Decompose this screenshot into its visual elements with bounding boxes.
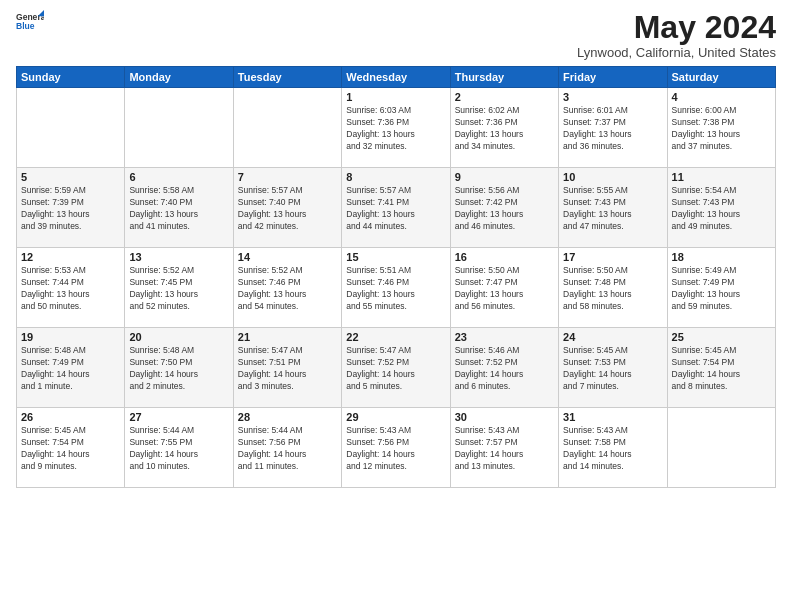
cell-info: Sunrise: 5:48 AM Sunset: 7:50 PM Dayligh… xyxy=(129,345,228,393)
day-number: 31 xyxy=(563,411,662,423)
cell-info: Sunrise: 5:47 AM Sunset: 7:51 PM Dayligh… xyxy=(238,345,337,393)
day-number: 24 xyxy=(563,331,662,343)
calendar-cell: 2Sunrise: 6:02 AM Sunset: 7:36 PM Daylig… xyxy=(450,88,558,168)
calendar-cell: 10Sunrise: 5:55 AM Sunset: 7:43 PM Dayli… xyxy=(559,168,667,248)
calendar-cell: 1Sunrise: 6:03 AM Sunset: 7:36 PM Daylig… xyxy=(342,88,450,168)
day-number: 6 xyxy=(129,171,228,183)
cell-info: Sunrise: 5:58 AM Sunset: 7:40 PM Dayligh… xyxy=(129,185,228,233)
cell-info: Sunrise: 5:45 AM Sunset: 7:54 PM Dayligh… xyxy=(21,425,120,473)
weekday-header: Saturday xyxy=(667,67,775,88)
day-number: 23 xyxy=(455,331,554,343)
calendar-cell: 28Sunrise: 5:44 AM Sunset: 7:56 PM Dayli… xyxy=(233,408,341,488)
calendar-cell: 31Sunrise: 5:43 AM Sunset: 7:58 PM Dayli… xyxy=(559,408,667,488)
calendar-cell: 27Sunrise: 5:44 AM Sunset: 7:55 PM Dayli… xyxy=(125,408,233,488)
calendar-week-row: 12Sunrise: 5:53 AM Sunset: 7:44 PM Dayli… xyxy=(17,248,776,328)
day-number: 11 xyxy=(672,171,771,183)
cell-info: Sunrise: 5:54 AM Sunset: 7:43 PM Dayligh… xyxy=(672,185,771,233)
day-number: 21 xyxy=(238,331,337,343)
day-number: 22 xyxy=(346,331,445,343)
calendar-cell: 25Sunrise: 5:45 AM Sunset: 7:54 PM Dayli… xyxy=(667,328,775,408)
calendar-table: SundayMondayTuesdayWednesdayThursdayFrid… xyxy=(16,66,776,488)
day-number: 20 xyxy=(129,331,228,343)
cell-info: Sunrise: 5:55 AM Sunset: 7:43 PM Dayligh… xyxy=(563,185,662,233)
calendar-cell: 5Sunrise: 5:59 AM Sunset: 7:39 PM Daylig… xyxy=(17,168,125,248)
calendar-cell: 24Sunrise: 5:45 AM Sunset: 7:53 PM Dayli… xyxy=(559,328,667,408)
calendar-cell: 29Sunrise: 5:43 AM Sunset: 7:56 PM Dayli… xyxy=(342,408,450,488)
day-number: 16 xyxy=(455,251,554,263)
calendar-cell: 6Sunrise: 5:58 AM Sunset: 7:40 PM Daylig… xyxy=(125,168,233,248)
cell-info: Sunrise: 5:53 AM Sunset: 7:44 PM Dayligh… xyxy=(21,265,120,313)
calendar-week-row: 19Sunrise: 5:48 AM Sunset: 7:49 PM Dayli… xyxy=(17,328,776,408)
weekday-header: Monday xyxy=(125,67,233,88)
day-number: 19 xyxy=(21,331,120,343)
day-number: 13 xyxy=(129,251,228,263)
day-number: 15 xyxy=(346,251,445,263)
day-number: 9 xyxy=(455,171,554,183)
cell-info: Sunrise: 5:56 AM Sunset: 7:42 PM Dayligh… xyxy=(455,185,554,233)
weekday-header: Friday xyxy=(559,67,667,88)
calendar-cell: 21Sunrise: 5:47 AM Sunset: 7:51 PM Dayli… xyxy=(233,328,341,408)
calendar-cell: 9Sunrise: 5:56 AM Sunset: 7:42 PM Daylig… xyxy=(450,168,558,248)
day-number: 14 xyxy=(238,251,337,263)
cell-info: Sunrise: 5:44 AM Sunset: 7:55 PM Dayligh… xyxy=(129,425,228,473)
day-number: 27 xyxy=(129,411,228,423)
calendar-cell: 22Sunrise: 5:47 AM Sunset: 7:52 PM Dayli… xyxy=(342,328,450,408)
calendar-cell: 19Sunrise: 5:48 AM Sunset: 7:49 PM Dayli… xyxy=(17,328,125,408)
calendar-cell: 23Sunrise: 5:46 AM Sunset: 7:52 PM Dayli… xyxy=(450,328,558,408)
calendar-week-row: 5Sunrise: 5:59 AM Sunset: 7:39 PM Daylig… xyxy=(17,168,776,248)
weekday-header: Wednesday xyxy=(342,67,450,88)
cell-info: Sunrise: 5:57 AM Sunset: 7:41 PM Dayligh… xyxy=(346,185,445,233)
weekday-header: Thursday xyxy=(450,67,558,88)
cell-info: Sunrise: 5:45 AM Sunset: 7:53 PM Dayligh… xyxy=(563,345,662,393)
cell-info: Sunrise: 5:52 AM Sunset: 7:46 PM Dayligh… xyxy=(238,265,337,313)
location: Lynwood, California, United States xyxy=(577,45,776,60)
day-number: 5 xyxy=(21,171,120,183)
cell-info: Sunrise: 5:49 AM Sunset: 7:49 PM Dayligh… xyxy=(672,265,771,313)
cell-info: Sunrise: 6:01 AM Sunset: 7:37 PM Dayligh… xyxy=(563,105,662,153)
day-number: 3 xyxy=(563,91,662,103)
day-number: 4 xyxy=(672,91,771,103)
cell-info: Sunrise: 5:46 AM Sunset: 7:52 PM Dayligh… xyxy=(455,345,554,393)
calendar-cell: 12Sunrise: 5:53 AM Sunset: 7:44 PM Dayli… xyxy=(17,248,125,328)
cell-info: Sunrise: 5:45 AM Sunset: 7:54 PM Dayligh… xyxy=(672,345,771,393)
cell-info: Sunrise: 6:02 AM Sunset: 7:36 PM Dayligh… xyxy=(455,105,554,153)
cell-info: Sunrise: 5:47 AM Sunset: 7:52 PM Dayligh… xyxy=(346,345,445,393)
logo-icon: General Blue xyxy=(16,10,44,38)
calendar-cell: 11Sunrise: 5:54 AM Sunset: 7:43 PM Dayli… xyxy=(667,168,775,248)
weekday-header: Sunday xyxy=(17,67,125,88)
day-number: 28 xyxy=(238,411,337,423)
cell-info: Sunrise: 5:52 AM Sunset: 7:45 PM Dayligh… xyxy=(129,265,228,313)
day-number: 1 xyxy=(346,91,445,103)
cell-info: Sunrise: 5:50 AM Sunset: 7:48 PM Dayligh… xyxy=(563,265,662,313)
cell-info: Sunrise: 6:03 AM Sunset: 7:36 PM Dayligh… xyxy=(346,105,445,153)
svg-text:General: General xyxy=(16,12,44,22)
day-number: 10 xyxy=(563,171,662,183)
logo: General Blue xyxy=(16,10,44,38)
day-number: 25 xyxy=(672,331,771,343)
calendar-cell: 13Sunrise: 5:52 AM Sunset: 7:45 PM Dayli… xyxy=(125,248,233,328)
cell-info: Sunrise: 5:50 AM Sunset: 7:47 PM Dayligh… xyxy=(455,265,554,313)
day-number: 18 xyxy=(672,251,771,263)
calendar-week-row: 26Sunrise: 5:45 AM Sunset: 7:54 PM Dayli… xyxy=(17,408,776,488)
calendar-cell: 8Sunrise: 5:57 AM Sunset: 7:41 PM Daylig… xyxy=(342,168,450,248)
calendar-cell xyxy=(125,88,233,168)
calendar-cell: 26Sunrise: 5:45 AM Sunset: 7:54 PM Dayli… xyxy=(17,408,125,488)
calendar-cell: 3Sunrise: 6:01 AM Sunset: 7:37 PM Daylig… xyxy=(559,88,667,168)
day-number: 7 xyxy=(238,171,337,183)
calendar-cell: 16Sunrise: 5:50 AM Sunset: 7:47 PM Dayli… xyxy=(450,248,558,328)
cell-info: Sunrise: 5:43 AM Sunset: 7:57 PM Dayligh… xyxy=(455,425,554,473)
calendar-cell xyxy=(17,88,125,168)
svg-text:Blue: Blue xyxy=(16,21,35,31)
day-number: 12 xyxy=(21,251,120,263)
weekday-header: Tuesday xyxy=(233,67,341,88)
month-title: May 2024 xyxy=(577,10,776,45)
weekday-header-row: SundayMondayTuesdayWednesdayThursdayFrid… xyxy=(17,67,776,88)
calendar-cell: 18Sunrise: 5:49 AM Sunset: 7:49 PM Dayli… xyxy=(667,248,775,328)
day-number: 17 xyxy=(563,251,662,263)
calendar-cell: 14Sunrise: 5:52 AM Sunset: 7:46 PM Dayli… xyxy=(233,248,341,328)
calendar-cell xyxy=(233,88,341,168)
calendar-cell: 4Sunrise: 6:00 AM Sunset: 7:38 PM Daylig… xyxy=(667,88,775,168)
calendar-week-row: 1Sunrise: 6:03 AM Sunset: 7:36 PM Daylig… xyxy=(17,88,776,168)
cell-info: Sunrise: 6:00 AM Sunset: 7:38 PM Dayligh… xyxy=(672,105,771,153)
day-number: 2 xyxy=(455,91,554,103)
